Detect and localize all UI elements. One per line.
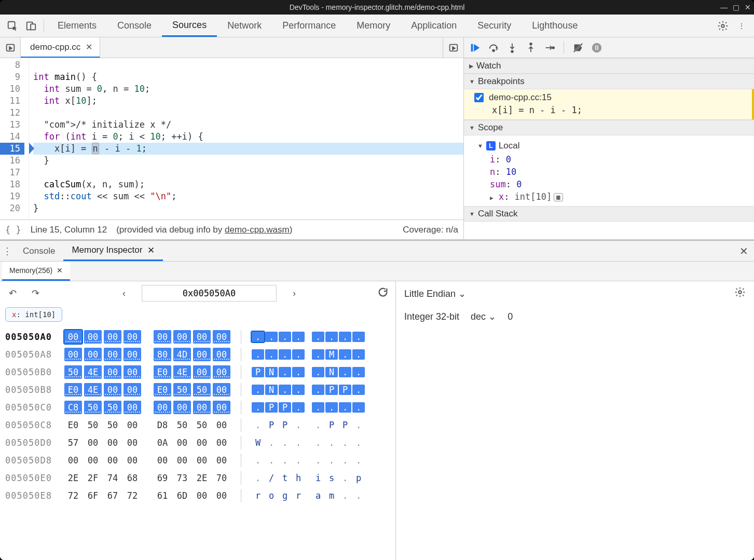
memory-toolbar: ↶ ↷ ‹ ›	[0, 281, 395, 305]
window-maximize-icon[interactable]: ▢	[733, 3, 739, 11]
tab-memory[interactable]: Memory	[346, 15, 401, 37]
more-menu-icon[interactable]: ⋮	[732, 15, 751, 37]
memory-instance-tabbar: Memory(256) ✕	[0, 262, 754, 281]
wasm-link[interactable]: demo-cpp.wasm	[225, 225, 290, 235]
redo-icon[interactable]: ↷	[28, 288, 43, 299]
scope-var-n[interactable]: n: 10	[477, 166, 749, 178]
breakpoint-checkbox[interactable]	[474, 93, 484, 102]
pause-exceptions-icon[interactable]	[591, 42, 602, 53]
value-interpreter: Little Endian ⌄ Integer 32-bit dec ⌄ 0	[396, 281, 754, 560]
svg-point-16	[592, 43, 601, 52]
breakpoint-label: demo-cpp.cc:15	[489, 92, 552, 103]
svg-point-10	[492, 49, 495, 51]
svg-rect-17	[595, 45, 596, 50]
scope-section-header[interactable]: ▼ Scope	[464, 120, 754, 135]
deactivate-breakpoints-icon[interactable]	[572, 42, 584, 53]
radix-select[interactable]: dec ⌄	[471, 311, 496, 322]
svg-point-3	[721, 24, 724, 28]
tab-network[interactable]: Network	[217, 15, 272, 37]
local-badge-icon: L	[486, 141, 496, 151]
interpreted-value: 0	[508, 311, 513, 322]
debug-info-source: (provided via debug info by demo-cpp.was…	[116, 225, 292, 235]
tab-elements[interactable]: Elements	[47, 15, 107, 37]
breakpoint-code: x[i] = n - i - 1;	[474, 105, 747, 115]
scope-local-header[interactable]: ▼ L Local	[477, 139, 749, 153]
next-page-icon[interactable]: ›	[287, 288, 301, 299]
step-into-icon[interactable]	[506, 42, 518, 53]
drawer-tab-memory-inspector[interactable]: Memory Inspector ✕	[63, 241, 163, 261]
tab-security[interactable]: Security	[467, 15, 522, 37]
svg-marker-7	[453, 47, 455, 50]
settings-gear-icon[interactable]	[714, 15, 732, 37]
chevron-down-icon: ⌄	[488, 311, 496, 322]
window-titlebar: DevTools - memory-inspector.glitch.me/de…	[0, 0, 754, 15]
drawer-tabbar: ⋮ Console Memory Inspector ✕ ✕	[0, 241, 754, 262]
editor-statusbar: { } Line 15, Column 12 (provided via deb…	[0, 220, 463, 239]
chevron-down-icon: ⌄	[458, 289, 466, 299]
resume-icon[interactable]	[469, 42, 481, 53]
svg-rect-18	[597, 45, 598, 50]
window-title: DevTools - memory-inspector.glitch.me/de…	[290, 3, 465, 11]
window-close-icon[interactable]: ✕	[745, 3, 751, 11]
address-input[interactable]	[142, 285, 277, 302]
value-type-label: Integer 32-bit	[404, 311, 459, 322]
memory-tab-close-icon[interactable]: ✕	[57, 266, 63, 275]
file-tab-close-icon[interactable]: ✕	[86, 42, 92, 52]
tab-performance[interactable]: Performance	[272, 15, 346, 37]
coverage-status: Coverage: n/a	[403, 225, 458, 235]
scope-var-i[interactable]: i: 0	[477, 153, 749, 166]
step-icon[interactable]	[544, 42, 555, 53]
drawer-menu-icon[interactable]: ⋮	[0, 245, 15, 257]
endianness-select[interactable]: Little Endian ⌄	[404, 288, 466, 299]
svg-marker-5	[9, 47, 12, 50]
expand-icon: ▼	[469, 78, 475, 85]
step-out-icon[interactable]	[525, 42, 537, 53]
memory-chip-icon[interactable]: ▦	[554, 193, 563, 201]
pretty-print-icon[interactable]: { }	[5, 225, 21, 235]
breakpoints-section-header[interactable]: ▼ Breakpoints	[464, 74, 754, 89]
svg-rect-2	[31, 24, 35, 30]
file-tab-demo-cpp[interactable]: demo-cpp.cc ✕	[21, 37, 100, 58]
code-editor[interactable]: 891011121314151617181920 int main() { in…	[0, 58, 463, 220]
drawer-close-icon[interactable]: ✕	[733, 245, 754, 257]
file-tab-label: demo-cpp.cc	[30, 42, 80, 52]
svg-point-19	[738, 291, 742, 294]
hex-viewer[interactable]: 005050A00000000000000000........005050A8…	[0, 326, 395, 560]
interpreter-settings-icon[interactable]	[734, 286, 746, 301]
scope-var-sum[interactable]: sum: 0	[477, 178, 749, 190]
devtools-tabbar: Elements Console Sources Network Perform…	[0, 15, 754, 37]
callstack-section-header[interactable]: ▼ Call Stack	[464, 206, 754, 222]
cursor-position: Line 15, Column 12	[31, 225, 107, 235]
drawer-tab-console[interactable]: Console	[15, 241, 63, 261]
step-over-icon[interactable]	[488, 42, 499, 53]
memory-instance-tab[interactable]: Memory(256) ✕	[2, 262, 70, 281]
svg-rect-8	[471, 44, 473, 51]
tab-console[interactable]: Console	[107, 15, 162, 37]
svg-point-13	[553, 47, 555, 49]
window-minimize-icon[interactable]: —	[720, 3, 728, 11]
device-toggle-icon[interactable]	[22, 15, 40, 37]
expand-icon: ▼	[469, 125, 475, 131]
undo-icon[interactable]: ↶	[5, 288, 20, 299]
debugger-toggle-icon[interactable]	[443, 37, 463, 58]
tab-lighthouse[interactable]: Lighthouse	[522, 15, 588, 37]
tab-sources[interactable]: Sources	[162, 15, 217, 37]
svg-marker-9	[474, 44, 479, 51]
svg-point-11	[511, 50, 513, 52]
debugger-toolbar	[464, 37, 754, 58]
tab-application[interactable]: Application	[401, 15, 467, 37]
navigator-toggle-icon[interactable]	[0, 37, 21, 58]
refresh-icon[interactable]	[376, 286, 390, 301]
breakpoint-item[interactable]: demo-cpp.cc:15 x[i] = n - i - 1;	[464, 89, 754, 120]
collapse-icon: ▶	[469, 63, 473, 70]
file-tabbar: demo-cpp.cc ✕	[0, 37, 463, 58]
scope-var-x[interactable]: ▶ x: int[10]▦	[477, 190, 749, 203]
prev-page-icon[interactable]: ‹	[117, 288, 131, 299]
drawer-tab-close-icon[interactable]: ✕	[147, 245, 155, 256]
expand-icon: ▼	[469, 211, 475, 217]
watch-section-header[interactable]: ▶ Watch	[464, 58, 754, 74]
memory-object-chip[interactable]: x: int[10]	[5, 307, 62, 322]
svg-point-12	[530, 43, 532, 45]
inspect-element-icon[interactable]	[3, 15, 22, 37]
